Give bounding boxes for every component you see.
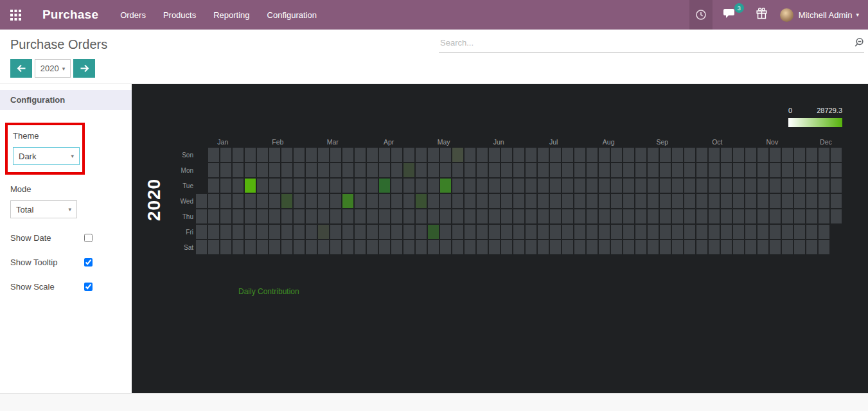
heatmap-cell[interactable] — [233, 194, 244, 208]
heatmap-cell[interactable] — [428, 209, 439, 223]
heatmap-cell[interactable] — [367, 148, 378, 162]
heatmap-cell[interactable] — [440, 163, 451, 177]
heatmap-cell[interactable] — [208, 163, 219, 177]
heatmap-cell[interactable] — [733, 163, 744, 177]
next-year-button[interactable] — [73, 59, 95, 78]
heatmap-cell[interactable] — [648, 240, 659, 254]
heatmap-cell[interactable] — [538, 179, 549, 193]
heatmap-cell[interactable] — [831, 179, 842, 193]
heatmap-cell[interactable] — [452, 194, 463, 208]
heatmap-cell[interactable] — [819, 240, 829, 254]
heatmap-cell[interactable] — [196, 225, 207, 239]
heatmap-cell[interactable] — [745, 209, 756, 223]
heatmap-cell[interactable] — [196, 209, 207, 223]
heatmap-cell[interactable] — [660, 194, 671, 208]
heatmap-cell[interactable] — [574, 240, 585, 254]
messages-icon[interactable]: 3 — [723, 8, 737, 22]
heatmap-cell[interactable] — [574, 209, 585, 223]
heatmap-cell[interactable] — [513, 194, 524, 208]
heatmap-cell[interactable] — [696, 148, 707, 162]
app-title[interactable]: Purchase — [42, 8, 98, 22]
heatmap-cell[interactable] — [196, 240, 207, 254]
heatmap-cell[interactable] — [306, 225, 317, 239]
heatmap-cell[interactable] — [379, 148, 390, 162]
heatmap-cell[interactable] — [574, 194, 585, 208]
heatmap-cell[interactable] — [635, 225, 646, 239]
heatmap-cell[interactable] — [440, 148, 451, 162]
heatmap-cell[interactable] — [233, 225, 244, 239]
heatmap-cell[interactable] — [452, 148, 463, 162]
heatmap-cell[interactable] — [587, 163, 598, 177]
heatmap-cell[interactable] — [233, 163, 244, 177]
heatmap-cell[interactable] — [611, 240, 622, 254]
year-select[interactable]: 2020▾ — [35, 59, 71, 78]
heatmap-cell[interactable] — [550, 225, 561, 239]
heatmap-cell[interactable] — [623, 194, 634, 208]
heatmap-cell[interactable] — [623, 179, 634, 193]
heatmap-cell[interactable] — [379, 225, 390, 239]
heatmap-cell[interactable] — [245, 179, 256, 193]
heatmap-cell[interactable] — [513, 225, 524, 239]
heatmap-cell[interactable] — [330, 148, 341, 162]
heatmap-cell[interactable] — [660, 209, 671, 223]
heatmap-cell[interactable] — [635, 148, 646, 162]
heatmap-cell[interactable] — [587, 194, 598, 208]
heatmap-cell[interactable] — [208, 179, 219, 193]
heatmap-cell[interactable] — [696, 194, 707, 208]
heatmap-cell[interactable] — [379, 163, 390, 177]
heatmap-cell[interactable] — [465, 240, 475, 254]
heatmap-cell[interactable] — [696, 163, 707, 177]
heatmap-cell[interactable] — [391, 209, 402, 223]
heatmap-cell[interactable] — [281, 163, 292, 177]
heatmap-cell[interactable] — [477, 225, 488, 239]
heatmap-cell[interactable] — [806, 225, 817, 239]
heatmap-cell[interactable] — [416, 163, 427, 177]
heatmap-cell[interactable] — [635, 194, 646, 208]
theme-select[interactable]: Dark▾ — [13, 147, 80, 165]
heatmap-cell[interactable] — [245, 194, 256, 208]
heatmap-cell[interactable] — [501, 209, 512, 223]
heatmap-cell[interactable] — [733, 225, 744, 239]
heatmap-cell[interactable] — [696, 225, 707, 239]
heatmap-cell[interactable] — [733, 194, 744, 208]
heatmap-cell[interactable] — [330, 179, 341, 193]
heatmap-cell[interactable] — [318, 209, 329, 223]
heatmap-cell[interactable] — [367, 209, 378, 223]
heatmap-cell[interactable] — [257, 163, 268, 177]
heatmap-cell[interactable] — [696, 179, 707, 193]
heatmap-cell[interactable] — [819, 194, 829, 208]
heatmap-cell[interactable] — [391, 194, 402, 208]
heatmap-cell[interactable] — [648, 163, 659, 177]
heatmap-cell[interactable] — [391, 148, 402, 162]
heatmap-cell[interactable] — [745, 163, 756, 177]
heatmap-cell[interactable] — [660, 179, 671, 193]
heatmap-cell[interactable] — [550, 240, 561, 254]
heatmap-cell[interactable] — [794, 163, 805, 177]
heatmap-cell[interactable] — [599, 225, 610, 239]
heatmap-cell[interactable] — [611, 209, 622, 223]
heatmap-cell[interactable] — [806, 179, 817, 193]
heatmap-cell[interactable] — [220, 179, 231, 193]
heatmap-cell[interactable] — [269, 148, 280, 162]
heatmap-cell[interactable] — [245, 209, 256, 223]
heatmap-cell[interactable] — [635, 163, 646, 177]
heatmap-cell[interactable] — [355, 194, 366, 208]
heatmap-cell[interactable] — [733, 148, 744, 162]
heatmap-cell[interactable] — [391, 240, 402, 254]
heatmap-cell[interactable] — [269, 240, 280, 254]
heatmap-cell[interactable] — [599, 163, 610, 177]
heatmap-cell[interactable] — [489, 163, 500, 177]
heatmap-cell[interactable] — [611, 179, 622, 193]
heatmap-cell[interactable] — [257, 240, 268, 254]
heatmap-cell[interactable] — [648, 179, 659, 193]
heatmap-cell[interactable] — [745, 225, 756, 239]
heatmap-cell[interactable] — [208, 148, 219, 162]
heatmap-cell[interactable] — [306, 179, 317, 193]
heatmap-cell[interactable] — [281, 209, 292, 223]
heatmap-cell[interactable] — [501, 240, 512, 254]
heatmap-cell[interactable] — [489, 225, 500, 239]
heatmap-cell[interactable] — [721, 240, 732, 254]
heatmap-cell[interactable] — [672, 194, 683, 208]
heatmap-cell[interactable] — [660, 225, 671, 239]
heatmap-cell[interactable] — [440, 225, 451, 239]
